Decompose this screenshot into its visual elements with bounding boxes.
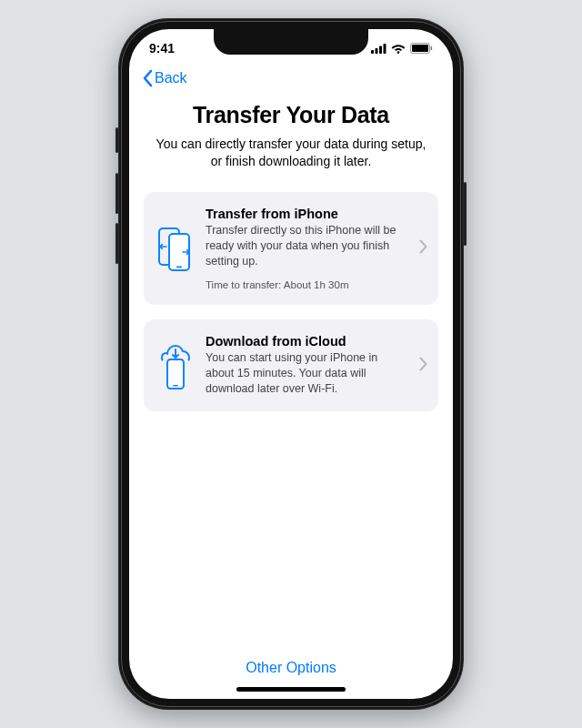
volume-down-button (115, 223, 118, 264)
option-meta: Time to transfer: About 1h 30m (206, 279, 408, 290)
svg-rect-2 (379, 46, 382, 54)
option-title: Download from iCloud (206, 334, 408, 349)
svg-rect-0 (371, 50, 374, 54)
option-body: Transfer from iPhone Transfer directly s… (206, 207, 408, 291)
svg-rect-6 (412, 45, 428, 52)
svg-rect-10 (176, 267, 182, 268)
iphone-frame: 9:41 (118, 18, 464, 710)
cellular-signal-icon (371, 44, 386, 54)
back-button[interactable]: Back (142, 69, 187, 87)
notch (214, 29, 368, 55)
page-subtitle: You can directly transfer your data duri… (144, 136, 438, 170)
svg-rect-3 (384, 44, 386, 54)
chevron-left-icon (142, 69, 153, 87)
content: Transfer Your Data You can directly tran… (129, 91, 453, 699)
wifi-icon (391, 43, 406, 54)
option-body: Download from iCloud You can start using… (206, 334, 408, 397)
other-options-link[interactable]: Other Options (144, 643, 438, 682)
page-title: Transfer Your Data (144, 102, 438, 128)
download-icloud-icon (156, 341, 195, 390)
volume-up-button (115, 173, 118, 214)
option-title: Transfer from iPhone (206, 207, 408, 221)
status-time: 9:41 (149, 41, 175, 56)
option-transfer-from-iphone[interactable]: Transfer from iPhone Transfer directly s… (144, 192, 438, 306)
nav-bar: Back (129, 66, 453, 91)
svg-rect-7 (431, 46, 433, 50)
option-description: You can start using your iPhone in about… (206, 350, 408, 397)
home-indicator[interactable] (236, 687, 346, 692)
svg-point-4 (397, 51, 400, 54)
battery-icon (410, 43, 433, 54)
svg-rect-1 (376, 48, 378, 54)
silence-switch (115, 127, 118, 153)
status-indicators (371, 43, 433, 54)
screen: 9:41 (129, 29, 453, 699)
power-button (464, 182, 467, 246)
option-description: Transfer directly so this iPhone will be… (206, 223, 408, 269)
chevron-right-icon (419, 357, 427, 375)
svg-rect-12 (173, 385, 178, 387)
option-download-from-icloud[interactable]: Download from iCloud You can start using… (144, 319, 438, 411)
back-label: Back (155, 70, 187, 86)
chevron-right-icon (419, 239, 427, 258)
transfer-iphone-icon (156, 226, 195, 271)
svg-rect-11 (167, 359, 184, 389)
